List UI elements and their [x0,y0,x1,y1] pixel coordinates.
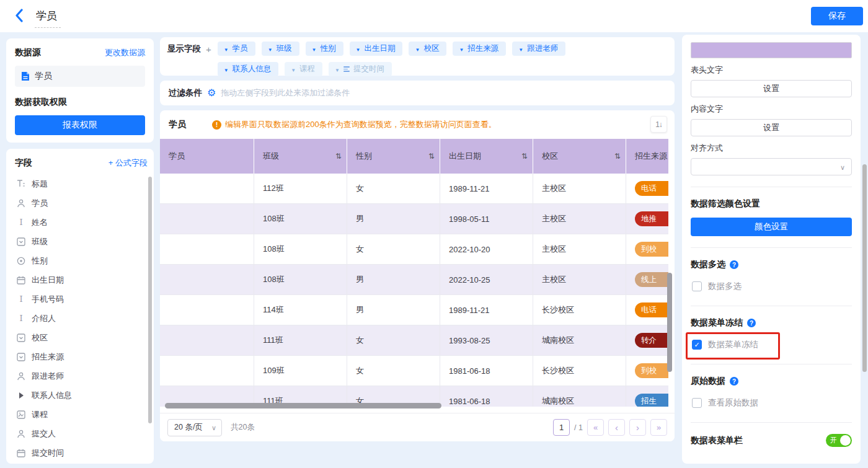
add-field-button[interactable]: + [206,44,211,55]
field-item-contact[interactable]: 联系人信息 [15,386,148,405]
table-row[interactable]: 108班女2022-10-20主校区到校 [160,234,668,265]
table-row[interactable]: 108班男2022-10-25主校区线上 [160,265,668,295]
source-badge: 到校 [635,242,668,257]
table-row[interactable]: 111班女1993-08-25城南校区转介 [160,325,668,356]
horizontal-scrollbar[interactable] [165,403,661,409]
field-label: 提交人 [32,428,56,439]
chip-student[interactable]: 学员 [218,42,255,56]
chip-campus[interactable]: 校区 [409,42,446,56]
field-item-phone[interactable]: I手机号码 [15,289,148,309]
field-item-student[interactable]: 学员 [15,193,148,213]
multi-select-checkbox-row[interactable]: 数据多选 [691,278,852,294]
field-item-title[interactable]: 标题 [15,174,148,193]
report-permission-button[interactable]: 报表权限 [15,115,145,135]
menubar-toggle-on[interactable]: 开 [826,434,852,447]
text-icon: I [16,218,26,227]
column-header-student[interactable]: 学员 [160,139,254,174]
chip-source[interactable]: 招生来源 [453,42,506,56]
checkbox-unchecked[interactable] [692,398,702,408]
fields-scrollbar[interactable] [148,177,152,423]
align-select[interactable] [691,158,852,175]
field-label: 校区 [32,332,48,343]
next-page-icon[interactable] [629,419,646,436]
save-button[interactable]: 保存 [811,7,863,25]
sort-arrows-icon[interactable] [521,152,528,161]
chip-birthdate[interactable]: 出生日期 [350,42,403,56]
gear-icon[interactable] [207,88,216,98]
display-fields-panel: 显示字段 + 学员 班级 性别 出生日期 校区 招生来源 跟进老师 联系人信息 … [160,37,675,76]
column-header-birthdate[interactable]: 出生日期 [440,139,533,174]
field-label: 课程 [32,409,48,420]
help-icon[interactable] [730,260,738,269]
column-header-source[interactable]: 招生来源 [626,139,668,174]
table-title: 学员 [169,119,186,130]
column-header-class[interactable]: 班级 [254,139,347,174]
help-icon[interactable] [730,377,738,386]
toggle-on-label: 开 [830,436,837,444]
text-icon: I [16,314,26,324]
sort-order-icon[interactable] [650,116,667,133]
field-item-teacher[interactable]: 跟进老师 [15,366,148,386]
chip-course[interactable]: 课程 [285,62,322,76]
sort-lines-icon [343,66,350,72]
back-icon[interactable] [15,9,27,24]
field-label: 出生日期 [32,275,64,286]
chip-class[interactable]: 班级 [262,42,299,56]
color-settings-button[interactable]: 颜色设置 [691,218,852,236]
content-text-set-button[interactable]: 设置 [691,119,852,136]
add-formula-field-link[interactable]: + 公式字段 [108,157,148,169]
source-badge: 电话 [635,181,668,196]
page-size-select[interactable]: 20 条/页 [167,419,222,436]
sort-arrows-icon[interactable] [335,152,342,161]
fields-title: 字段 [15,157,32,169]
datasource-item[interactable]: 学员 [15,66,145,87]
table-row[interactable]: 112班女1989-11-21主校区电话 [160,174,668,204]
field-item-name[interactable]: I姓名 [15,213,148,232]
help-icon[interactable] [747,319,756,327]
table-row[interactable]: 108班男1998-05-11主校区地推 [160,204,668,234]
field-item-class[interactable]: 班级 [15,232,148,251]
page-number-input[interactable]: 1 [553,419,570,436]
expand-caret-icon [16,391,26,400]
checkbox-unchecked[interactable] [692,281,702,291]
prev-page-icon[interactable] [608,419,625,436]
person-icon [16,429,26,439]
field-item-submitter[interactable]: 提交人 [15,424,148,443]
column-header-campus[interactable]: 校区 [533,139,626,174]
first-page-icon[interactable] [587,419,604,436]
chevron-down-icon [291,65,296,74]
chevron-down-icon [840,162,845,172]
checkbox-label: 数据菜单冻结 [708,339,758,350]
field-item-source[interactable]: 招生来源 [15,347,148,366]
field-item-introducer[interactable]: I介绍人 [15,309,148,328]
table-row[interactable]: 114班男1989-11-21长沙校区电话 [160,295,668,325]
checkbox-checked[interactable] [692,340,702,350]
raw-data-title: 原始数据 [691,376,725,387]
last-page-icon[interactable] [650,419,667,436]
raw-data-checkbox-row[interactable]: 查看原始数据 [691,395,852,411]
header-color-swatch[interactable] [691,42,852,58]
panel-scrollbar[interactable] [862,164,867,372]
column-header-gender[interactable]: 性别 [347,139,440,174]
field-item-campus[interactable]: 校区 [15,328,148,347]
vertical-scrollbar[interactable] [667,273,672,372]
field-item-submit-time[interactable]: 提交时间 [15,443,148,462]
menu-freeze-checkbox-row[interactable]: 数据菜单冻结 [691,337,852,353]
change-datasource-link[interactable]: 更改数据源 [105,47,145,58]
source-badge: 转介 [635,333,668,348]
field-item-birthdate[interactable]: 出生日期 [15,270,148,289]
field-item-gender[interactable]: 性别 [15,251,148,270]
chip-gender[interactable]: 性别 [306,42,343,56]
field-item-course[interactable]: 课程 [15,405,148,424]
chip-contact[interactable]: 联系人信息 [218,62,278,76]
page-title[interactable]: 学员 [35,9,61,28]
sort-arrows-icon[interactable] [428,152,435,161]
chip-submit-time[interactable]: 提交时间 [329,62,392,76]
filter-dropzone[interactable]: 拖动左侧字段到此处来添加过滤条件 [221,87,350,99]
chip-teacher[interactable]: 跟进老师 [512,42,565,56]
chevron-down-icon [224,45,229,53]
table-row[interactable]: 109班女1981-06-18长沙校区到校 [160,356,668,386]
sort-arrows-icon[interactable] [614,152,621,161]
header-text-set-button[interactable]: 设置 [691,80,852,97]
select-icon [16,333,26,343]
